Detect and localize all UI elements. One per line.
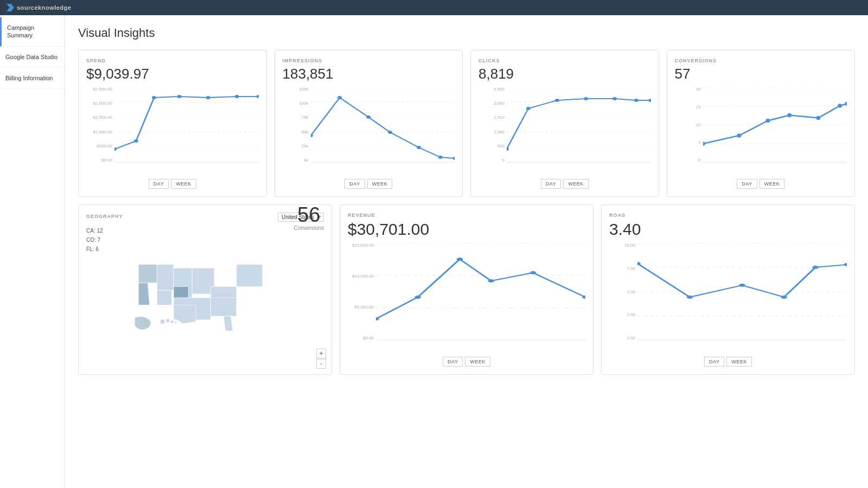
svg-point-7 (134, 139, 138, 143)
sidebar: Campaign Summary Google Data Studio Bill… (0, 15, 65, 488)
svg-rect-60 (174, 287, 188, 298)
spend-toggles: DAY WEEK (86, 179, 259, 189)
conversions-week-btn[interactable]: WEEK (760, 179, 785, 189)
svg-point-46 (765, 119, 770, 123)
roas-card: ROAS 3.40 10.00 7.50 5.00 2.50 0.00 (601, 204, 855, 375)
svg-point-81 (687, 296, 693, 299)
impressions-day-btn[interactable]: DAY (344, 179, 365, 189)
conversions-card: CONVERSIONS 57 20 15 10 5 0 (667, 50, 856, 197)
svg-rect-58 (237, 265, 263, 287)
geo-stat-co: CO: 7 (86, 235, 103, 245)
conversions-svg-wrapper (703, 87, 847, 163)
svg-point-24 (438, 156, 442, 159)
svg-point-70 (414, 296, 421, 299)
conversions-y-axis: 20 15 10 5 0 (675, 87, 703, 163)
svg-rect-51 (138, 265, 157, 283)
spend-day-btn[interactable]: DAY (149, 179, 169, 189)
impressions-toggles: DAY WEEK (283, 179, 455, 189)
geography-card: GEOGRAPHY United States CA: 12 CO: 7 FL:… (78, 204, 332, 375)
logo-text: sourceknowledge (17, 4, 71, 11)
clicks-toggles: DAY WEEK (478, 179, 651, 189)
svg-point-84 (812, 266, 819, 269)
svg-point-85 (844, 263, 847, 266)
spend-label: SPEND (86, 58, 259, 63)
svg-point-45 (737, 133, 741, 138)
geo-stat-ca: CA: 12 (86, 226, 103, 235)
revenue-toggles: DAY WEEK (348, 357, 585, 367)
revenue-chart: $15,000.00 $10,000.00 $5,000.00 $0.00 (348, 243, 585, 351)
geography-header: GEOGRAPHY United States (86, 213, 324, 222)
zoom-in-btn[interactable]: + (316, 349, 326, 358)
conversions-value: 57 (675, 66, 847, 82)
revenue-day-btn[interactable]: DAY (443, 357, 463, 367)
svg-point-11 (235, 95, 239, 98)
sidebar-item-billing-information[interactable]: Billing Information (0, 68, 65, 89)
spend-chart: $2,500.00 $2,000.00 $1,500.00 $1,000.00 … (86, 87, 259, 174)
svg-point-71 (457, 258, 463, 261)
sidebar-item-campaign-summary[interactable]: Campaign Summary (0, 17, 65, 47)
clicks-day-btn[interactable]: DAY (541, 179, 561, 189)
zoom-out-btn[interactable]: - (316, 359, 326, 369)
svg-point-32 (507, 147, 509, 151)
svg-point-83 (781, 296, 787, 299)
svg-point-33 (526, 107, 531, 110)
svg-rect-53 (157, 290, 171, 305)
svg-point-63 (171, 320, 174, 323)
svg-point-8 (152, 96, 156, 99)
svg-point-23 (417, 146, 421, 149)
svg-point-49 (838, 104, 842, 108)
conversions-label: CONVERSIONS (675, 58, 847, 63)
spend-week-btn[interactable]: WEEK (171, 179, 196, 189)
impressions-svg-wrapper (311, 87, 455, 163)
svg-point-61 (161, 319, 165, 324)
roas-chart: 10.00 7.50 5.00 2.50 0.00 (609, 243, 847, 351)
sidebar-item-google-data-studio[interactable]: Google Data Studio (0, 47, 65, 68)
impressions-label: IMPRESSIONS (283, 58, 455, 63)
svg-point-38 (649, 99, 651, 102)
svg-point-20 (337, 96, 342, 99)
clicks-label: CLICKS (478, 58, 651, 63)
revenue-y-axis: $15,000.00 $10,000.00 $5,000.00 $0.00 (348, 243, 376, 341)
geography-stats: CA: 12 CO: 7 FL: 6 (86, 226, 103, 254)
spend-y-axis: $2,500.00 $2,000.00 $1,500.00 $1,000.00 … (86, 87, 114, 163)
svg-point-62 (166, 319, 170, 323)
impressions-chart: 125k 100k 75k 50k 25k 0k (283, 87, 455, 174)
svg-point-22 (388, 131, 392, 134)
svg-point-10 (206, 96, 210, 99)
svg-point-48 (816, 116, 820, 120)
conversions-day-btn[interactable]: DAY (737, 179, 757, 189)
conversions-chart: 20 15 10 5 0 (675, 87, 847, 174)
roas-y-axis: 10.00 7.50 5.00 2.50 0.00 (609, 243, 637, 341)
roas-day-btn[interactable]: DAY (704, 357, 724, 367)
svg-point-64 (175, 322, 177, 324)
clicks-chart: 2,500 2,000 1,500 1,000 500 0 (478, 87, 651, 174)
geography-label: GEOGRAPHY (86, 214, 123, 219)
svg-point-25 (452, 157, 455, 160)
roas-value: 3.40 (609, 220, 847, 239)
logo: sourceknowledge (7, 4, 71, 11)
revenue-week-btn[interactable]: WEEK (465, 357, 490, 367)
geography-conversions: 56 Conversions (293, 204, 324, 231)
revenue-svg-wrapper (376, 243, 585, 341)
svg-point-36 (612, 97, 617, 100)
clicks-week-btn[interactable]: WEEK (563, 179, 589, 189)
svg-point-34 (555, 99, 559, 102)
clicks-value: 8,819 (478, 66, 651, 82)
clicks-svg-wrapper (507, 87, 651, 163)
conversions-toggles: DAY WEEK (675, 179, 847, 189)
svg-point-19 (311, 134, 313, 137)
geo-conv-number: 56 (293, 204, 324, 225)
svg-point-12 (257, 95, 259, 98)
roas-week-btn[interactable]: WEEK (726, 357, 752, 367)
spend-value: $9,039.97 (86, 66, 259, 82)
svg-point-9 (177, 95, 181, 98)
geo-conv-label: Conversions (293, 225, 324, 231)
roas-svg-wrapper (637, 243, 847, 341)
svg-point-35 (584, 97, 588, 100)
svg-point-21 (366, 115, 371, 119)
impressions-week-btn[interactable]: WEEK (367, 179, 393, 189)
clicks-card: CLICKS 8,819 2,500 2,000 1,500 1,000 500… (470, 50, 659, 197)
svg-point-50 (845, 102, 847, 106)
svg-point-47 (787, 113, 792, 118)
topbar: sourceknowledge (0, 0, 868, 15)
